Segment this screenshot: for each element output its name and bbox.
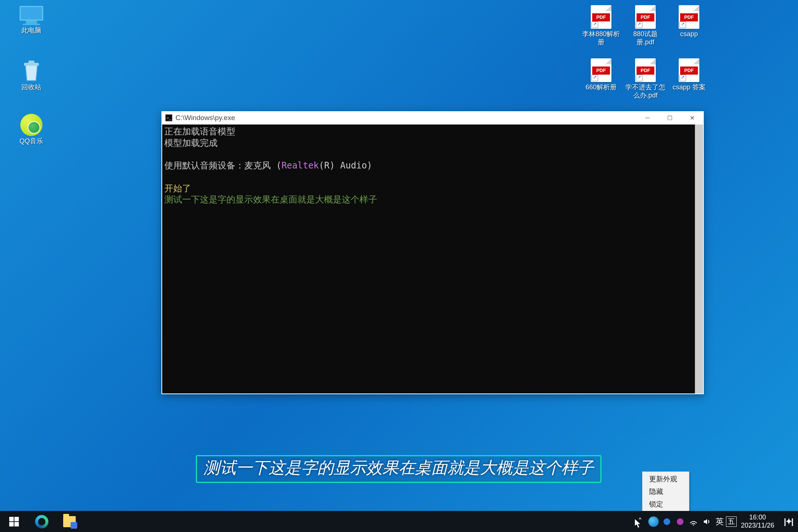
qq-music-icon [20,114,42,136]
app-icon: >_ [165,114,173,122]
tray-network-icon[interactable] [687,511,700,532]
tray-globe-icon[interactable] [647,511,660,532]
subtitle-overlay[interactable]: 测试一下这是字的显示效果在桌面就是大概是这个样子 [196,455,601,483]
icon-label: 学不进去了怎么办.pdf [625,83,666,99]
window-title: C:\Windows\py.exe [175,114,637,122]
icon-label: csapp 答案 [672,83,705,92]
icon-label: csapp [680,30,698,38]
desktop-icon-this-pc[interactable]: 此电脑 [11,6,52,35]
ime-language[interactable]: 英 [713,516,726,527]
wifi-icon [689,517,698,526]
minimize-button[interactable]: ─ [637,111,659,125]
maximize-button[interactable]: ☐ [659,111,681,125]
tray-app-icon-2[interactable] [673,511,687,532]
computer-icon [20,6,43,25]
menu-item-update-skin[interactable]: 更新外观 [643,473,688,485]
desktop-icon-recycle-bin[interactable]: 回收站 [11,60,52,92]
pdf-icon: PDF [635,58,656,82]
taskbar-explorer[interactable] [55,511,83,532]
desktop-icon-pdf[interactable]: PDF 学不进去了怎么办.pdf [625,58,666,99]
desktop-icon-pdf[interactable]: PDF 660解析册 [581,58,621,92]
menu-item-lock[interactable]: 锁定 [643,498,688,511]
desktop-icon-pdf[interactable]: PDF 李林880解析册 [581,5,621,46]
desktop-icon-pdf[interactable]: PDF 880试题册.pdf [625,5,666,46]
tray-gear-icon [676,518,684,526]
scrollbar[interactable] [695,125,703,393]
edge-icon [35,515,48,528]
speaker-icon [702,517,711,526]
terminal-window: >_ C:\Windows\py.exe ─ ☐ ✕ 正在加载语音模型 模型加载… [161,111,704,394]
pdf-icon: PDF [591,58,611,82]
ime-mode[interactable]: 五 [726,516,737,527]
icon-label: 李林880解析册 [581,30,621,46]
close-button[interactable]: ✕ [681,111,703,125]
icon-label: 此电脑 [21,27,41,35]
desktop-icon-qq-music[interactable]: QQ音乐 [11,114,52,146]
tray-app-icon[interactable] [660,511,673,532]
svg-rect-1 [28,61,34,64]
svg-point-4 [664,518,670,525]
icon-label: 880试题册.pdf [625,30,666,46]
clock-time: 16:00 [741,514,774,522]
svg-point-5 [677,518,683,525]
recycle-bin-icon [21,60,42,82]
pdf-icon: PDF [679,5,699,29]
clock-date: 2023/11/26 [741,522,774,530]
taskbar-edge[interactable] [28,511,55,532]
icon-label: QQ音乐 [20,137,43,146]
taskbar: ˄ 英 五 16:00 2023/11/26 |✦| [0,511,798,532]
notification-center[interactable]: |✦| [779,517,798,526]
menu-item-hide[interactable]: 隐藏 [643,485,688,498]
file-explorer-icon [63,516,76,527]
svg-point-6 [693,524,694,525]
taskbar-clock[interactable]: 16:00 2023/11/26 [737,514,779,529]
desktop-icon-pdf[interactable]: PDF csapp 答案 [669,58,709,92]
icon-label: 660解析册 [586,83,617,92]
pdf-icon: PDF [591,5,611,29]
console-output[interactable]: 正在加载语音模型 模型加载完成 使用默认音频设备：麦克风 (Realtek(R)… [162,125,703,393]
svg-text:>_: >_ [167,116,171,120]
tray-chevron-up[interactable]: ˄ [634,511,647,532]
icon-label: 回收站 [21,83,41,92]
windows-logo-icon [9,517,19,526]
tray-shield-icon [663,518,671,526]
pdf-icon: PDF [679,58,699,82]
tray-volume-icon[interactable] [700,511,713,532]
globe-icon [648,516,659,527]
start-button[interactable] [0,511,28,532]
pdf-icon: PDF [635,5,656,29]
desktop-icon-pdf[interactable]: PDF csapp [669,5,709,38]
window-titlebar[interactable]: >_ C:\Windows\py.exe ─ ☐ ✕ [161,111,704,125]
